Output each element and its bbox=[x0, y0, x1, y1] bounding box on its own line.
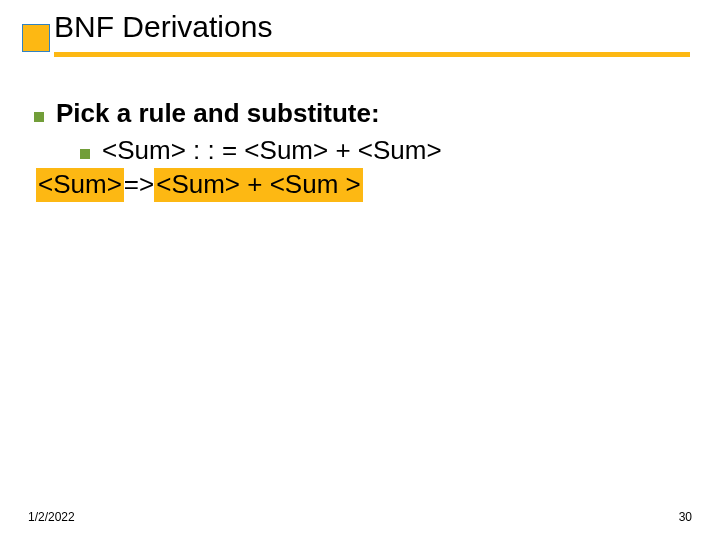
footer-date: 1/2/2022 bbox=[28, 510, 75, 524]
footer-page-number: 30 bbox=[679, 510, 692, 524]
derivation-line: <Sum> => <Sum> + <Sum > bbox=[36, 168, 680, 202]
bullet-main-text: Pick a rule and substitute: bbox=[56, 98, 380, 129]
title-underline bbox=[54, 52, 690, 57]
square-bullet-icon bbox=[34, 98, 56, 126]
derivation-highlight-left: <Sum> bbox=[36, 168, 124, 202]
bullet-sub-text: <Sum> : : = <Sum> + <Sum> bbox=[102, 135, 442, 166]
square-bullet-icon bbox=[80, 135, 102, 163]
derivation-highlight-right: <Sum> + <Sum > bbox=[154, 168, 363, 202]
bullet-level-1: Pick a rule and substitute: bbox=[34, 98, 680, 129]
title-ornament-icon bbox=[22, 24, 50, 52]
derivation-arrow: => bbox=[124, 169, 154, 200]
bullet-level-2: <Sum> : : = <Sum> + <Sum> bbox=[80, 135, 680, 166]
slide-body: Pick a rule and substitute: <Sum> : : = … bbox=[34, 98, 680, 202]
slide-title: BNF Derivations bbox=[54, 10, 690, 44]
slide: BNF Derivations Pick a rule and substitu… bbox=[0, 0, 720, 540]
title-wrap: BNF Derivations bbox=[54, 10, 690, 44]
